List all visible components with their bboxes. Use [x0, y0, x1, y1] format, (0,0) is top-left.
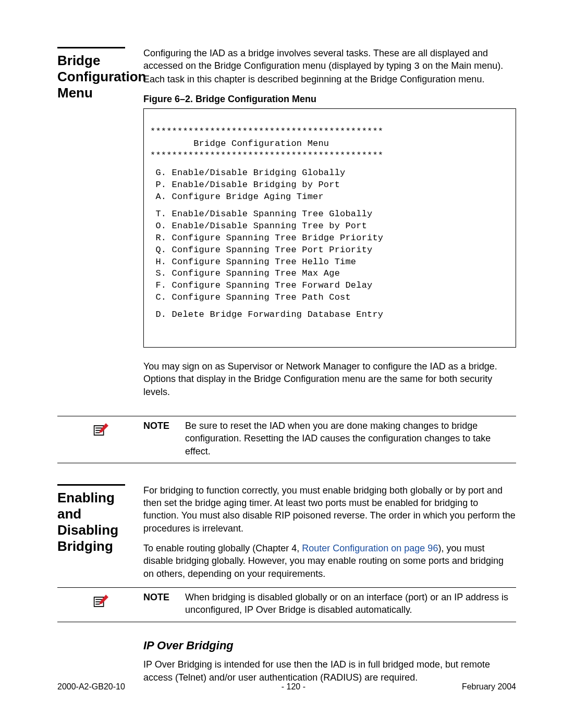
- term-group-3: D. Delete Bridge Forwarding Database Ent…: [150, 309, 509, 321]
- term-line: G. Enable/Disable Bridging Globally: [150, 168, 345, 178]
- section-enabling-bridging: Enabling and Disabling Bridging For brid…: [57, 484, 516, 587]
- footer-date: February 2004: [462, 682, 516, 692]
- subsection-body: IP Over Bridging IP Over Bridging is int…: [143, 622, 516, 691]
- term-line: H. Configure Spanning Tree Hello Time: [150, 257, 356, 267]
- note-icon-cell: [57, 419, 143, 440]
- term-line: C. Configure Spanning Tree Path Cost: [150, 292, 351, 302]
- figure-caption: Figure 6–2. Bridge Configuration Menu: [143, 93, 516, 105]
- paragraph: IP Over Bridging is intended for use the…: [143, 658, 516, 684]
- note-text: When bridging is disabled globally or on…: [185, 591, 516, 616]
- terminal-box: ****************************************…: [143, 108, 516, 348]
- side-heading-column: Enabling and Disabling Bridging: [57, 484, 143, 555]
- page: Bridge Configuration Menu Configuring th…: [0, 0, 563, 728]
- note-label: NOTE: [143, 419, 185, 458]
- term-line: S. Configure Spanning Tree Max Age: [150, 268, 340, 278]
- term-stars-top: ****************************************…: [150, 127, 383, 137]
- side-heading-column: Bridge Configuration Menu: [57, 47, 143, 102]
- term-header: ****************************************…: [150, 126, 509, 162]
- term-line: Q. Configure Spanning Tree Port Priority: [150, 245, 372, 255]
- term-line: P. Enable/Disable Bridging by Port: [150, 180, 340, 190]
- section-gap: [57, 463, 516, 484]
- after-paragraph: You may sign on as Supervisor or Network…: [143, 360, 516, 398]
- term-group-2: T. Enable/Disable Spanning Tree Globally…: [150, 208, 509, 304]
- term-line: R. Configure Spanning Tree Bridge Priori…: [150, 233, 383, 243]
- p2-before: To enable routing globally (Chapter 4,: [143, 543, 302, 553]
- term-title: Bridge Configuration Menu: [150, 139, 329, 149]
- note-body-cell: NOTE When bridging is disabled globally …: [143, 591, 516, 616]
- footer-page-number: - 120 -: [282, 682, 305, 692]
- intro-paragraph: Configuring the IAD as a bridge involves…: [143, 47, 516, 85]
- term-group-1: G. Enable/Disable Bridging Globally P. E…: [150, 167, 509, 203]
- section-body: For bridging to function correctly, you …: [143, 484, 516, 587]
- term-line: O. Enable/Disable Spanning Tree by Port: [150, 221, 367, 231]
- note-row: NOTE Be sure to reset the IAD when you a…: [57, 416, 516, 463]
- cross-reference-link[interactable]: Router Configuration on page 96: [302, 543, 438, 553]
- term-line: D. Delete Bridge Forwarding Database Ent…: [150, 310, 383, 319]
- note-block-2: NOTE When bridging is disabled globally …: [57, 587, 516, 622]
- term-line: F. Configure Spanning Tree Forward Delay: [150, 280, 372, 290]
- section-bridge-config: Bridge Configuration Menu Configuring th…: [57, 47, 516, 405]
- note-label: NOTE: [143, 591, 185, 616]
- term-line: A. Configure Bridge Aging Timer: [150, 192, 324, 202]
- note-icon: [91, 593, 110, 612]
- term-stars-bottom: ****************************************…: [150, 151, 383, 161]
- footer-doc-id: 2000-A2-GB20-10: [57, 682, 125, 692]
- subsection-heading: IP Over Bridging: [143, 638, 516, 653]
- term-line: T. Enable/Disable Spanning Tree Globally: [150, 209, 372, 219]
- subsection-ip-over-bridging: IP Over Bridging IP Over Bridging is int…: [57, 622, 516, 691]
- page-footer: 2000-A2-GB20-10 - 120 - February 2004: [57, 682, 516, 692]
- paragraph: To enable routing globally (Chapter 4, R…: [143, 542, 516, 580]
- heading-rule: [57, 47, 125, 48]
- section-heading: Bridge Configuration Menu: [57, 53, 133, 102]
- heading-rule: [57, 484, 125, 486]
- paragraph: For bridging to function correctly, you …: [143, 484, 516, 535]
- note-row: NOTE When bridging is disabled globally …: [57, 588, 516, 622]
- note-body-cell: NOTE Be sure to reset the IAD when you a…: [143, 419, 516, 458]
- note-block-1: NOTE Be sure to reset the IAD when you a…: [57, 416, 516, 463]
- section-heading: Enabling and Disabling Bridging: [57, 490, 133, 555]
- note-text: Be sure to reset the IAD when you are do…: [185, 419, 516, 458]
- note-icon: [91, 422, 110, 440]
- note-icon-cell: [57, 591, 143, 612]
- section-body: Configuring the IAD as a bridge involves…: [143, 47, 516, 405]
- intro-text-mono: 3: [414, 61, 420, 71]
